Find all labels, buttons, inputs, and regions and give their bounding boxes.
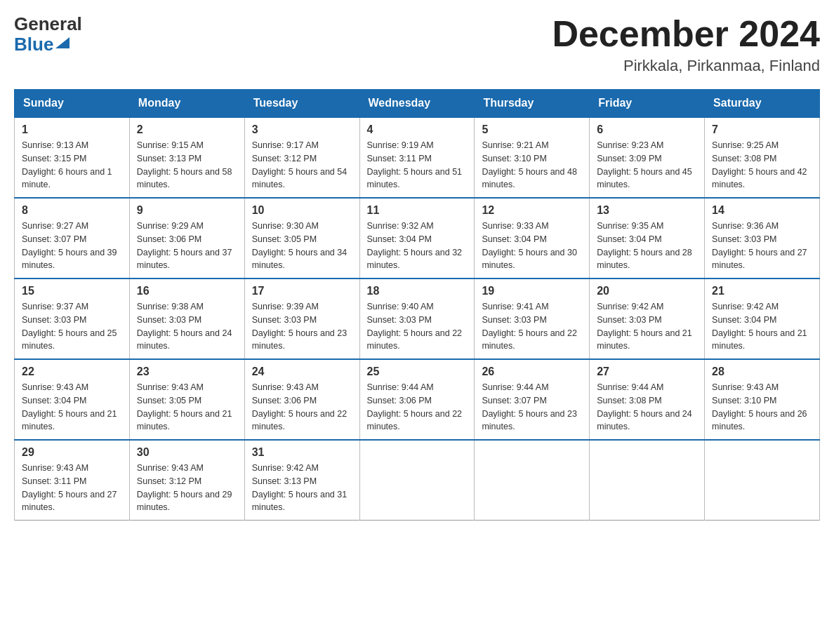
calendar-day-6: 6 Sunrise: 9:23 AM Sunset: 3:09 PM Dayli…: [590, 117, 705, 198]
title-block: December 2024 Pirkkala, Pirkanmaa, Finla…: [552, 14, 820, 75]
calendar-day-9: 9 Sunrise: 9:29 AM Sunset: 3:06 PM Dayli…: [129, 198, 244, 279]
calendar-header-tuesday: Tuesday: [244, 90, 359, 118]
day-info: Sunrise: 9:35 AM Sunset: 3:04 PM Dayligh…: [597, 220, 697, 272]
calendar-week-row: 22 Sunrise: 9:43 AM Sunset: 3:04 PM Dayl…: [15, 359, 820, 440]
page-header: General Blue December 2024 Pirkkala, Pir…: [14, 14, 820, 75]
calendar-day-26: 26 Sunrise: 9:44 AM Sunset: 3:07 PM Dayl…: [475, 359, 590, 440]
day-info: Sunrise: 9:36 AM Sunset: 3:03 PM Dayligh…: [712, 220, 812, 272]
calendar-day-11: 11 Sunrise: 9:32 AM Sunset: 3:04 PM Dayl…: [359, 198, 475, 279]
day-info: Sunrise: 9:13 AM Sunset: 3:15 PM Dayligh…: [22, 139, 122, 192]
calendar-day-12: 12 Sunrise: 9:33 AM Sunset: 3:04 PM Dayl…: [475, 198, 590, 279]
day-number: 23: [137, 365, 237, 378]
logo-general: General: [14, 14, 82, 34]
day-info: Sunrise: 9:44 AM Sunset: 3:06 PM Dayligh…: [367, 381, 468, 434]
day-number: 30: [137, 446, 237, 459]
day-info: Sunrise: 9:38 AM Sunset: 3:03 PM Dayligh…: [137, 300, 237, 353]
calendar-empty-cell: [590, 440, 705, 521]
day-info: Sunrise: 9:25 AM Sunset: 3:08 PM Dayligh…: [712, 139, 812, 192]
day-info: Sunrise: 9:44 AM Sunset: 3:08 PM Dayligh…: [597, 381, 697, 434]
day-info: Sunrise: 9:27 AM Sunset: 3:07 PM Dayligh…: [22, 220, 122, 272]
day-number: 25: [367, 365, 468, 378]
calendar-day-19: 19 Sunrise: 9:41 AM Sunset: 3:03 PM Dayl…: [475, 279, 590, 359]
calendar-day-8: 8 Sunrise: 9:27 AM Sunset: 3:07 PM Dayli…: [15, 198, 130, 279]
day-number: 13: [597, 204, 697, 217]
calendar-day-28: 28 Sunrise: 9:43 AM Sunset: 3:10 PM Dayl…: [705, 359, 820, 440]
day-number: 5: [482, 123, 582, 136]
calendar-day-10: 10 Sunrise: 9:30 AM Sunset: 3:05 PM Dayl…: [244, 198, 359, 279]
calendar-day-20: 20 Sunrise: 9:42 AM Sunset: 3:03 PM Dayl…: [590, 279, 705, 359]
calendar-header-row: SundayMondayTuesdayWednesdayThursdayFrid…: [15, 90, 820, 118]
day-number: 8: [22, 204, 122, 217]
day-number: 16: [137, 285, 237, 297]
calendar-day-2: 2 Sunrise: 9:15 AM Sunset: 3:13 PM Dayli…: [129, 117, 244, 198]
calendar-day-1: 1 Sunrise: 9:13 AM Sunset: 3:15 PM Dayli…: [15, 117, 130, 198]
calendar-day-13: 13 Sunrise: 9:35 AM Sunset: 3:04 PM Dayl…: [590, 198, 705, 279]
day-number: 11: [367, 204, 468, 217]
day-number: 29: [22, 446, 122, 459]
calendar-day-4: 4 Sunrise: 9:19 AM Sunset: 3:11 PM Dayli…: [359, 117, 475, 198]
calendar-day-25: 25 Sunrise: 9:44 AM Sunset: 3:06 PM Dayl…: [359, 359, 475, 440]
day-info: Sunrise: 9:19 AM Sunset: 3:11 PM Dayligh…: [367, 139, 468, 192]
calendar-day-31: 31 Sunrise: 9:42 AM Sunset: 3:13 PM Dayl…: [244, 440, 359, 521]
calendar-day-14: 14 Sunrise: 9:36 AM Sunset: 3:03 PM Dayl…: [705, 198, 820, 279]
day-info: Sunrise: 9:30 AM Sunset: 3:05 PM Dayligh…: [252, 220, 352, 272]
day-number: 15: [22, 285, 122, 297]
calendar-empty-cell: [359, 440, 475, 521]
location: Pirkkala, Pirkanmaa, Finland: [552, 57, 820, 75]
calendar-day-27: 27 Sunrise: 9:44 AM Sunset: 3:08 PM Dayl…: [590, 359, 705, 440]
day-info: Sunrise: 9:43 AM Sunset: 3:11 PM Dayligh…: [22, 462, 122, 514]
day-info: Sunrise: 9:17 AM Sunset: 3:12 PM Dayligh…: [252, 139, 352, 192]
day-number: 27: [597, 365, 697, 378]
month-title: December 2024: [552, 14, 820, 54]
day-number: 22: [22, 365, 122, 378]
calendar-week-row: 1 Sunrise: 9:13 AM Sunset: 3:15 PM Dayli…: [15, 117, 820, 198]
calendar-header-wednesday: Wednesday: [359, 90, 475, 118]
day-number: 19: [482, 285, 582, 297]
calendar-day-21: 21 Sunrise: 9:42 AM Sunset: 3:04 PM Dayl…: [705, 279, 820, 359]
day-number: 31: [252, 446, 352, 459]
day-number: 3: [252, 123, 352, 136]
calendar-day-17: 17 Sunrise: 9:39 AM Sunset: 3:03 PM Dayl…: [244, 279, 359, 359]
day-info: Sunrise: 9:23 AM Sunset: 3:09 PM Dayligh…: [597, 139, 697, 192]
day-info: Sunrise: 9:43 AM Sunset: 3:05 PM Dayligh…: [137, 381, 237, 434]
day-number: 18: [367, 285, 468, 297]
day-number: 24: [252, 365, 352, 378]
day-info: Sunrise: 9:21 AM Sunset: 3:10 PM Dayligh…: [482, 139, 582, 192]
day-number: 17: [252, 285, 352, 297]
logo-arrow-icon: [55, 37, 70, 48]
day-info: Sunrise: 9:42 AM Sunset: 3:13 PM Dayligh…: [252, 462, 352, 514]
calendar-day-15: 15 Sunrise: 9:37 AM Sunset: 3:03 PM Dayl…: [15, 279, 130, 359]
day-info: Sunrise: 9:42 AM Sunset: 3:04 PM Dayligh…: [712, 300, 812, 353]
calendar-header-saturday: Saturday: [705, 90, 820, 118]
day-number: 28: [712, 365, 812, 378]
calendar-day-22: 22 Sunrise: 9:43 AM Sunset: 3:04 PM Dayl…: [15, 359, 130, 440]
calendar-week-row: 15 Sunrise: 9:37 AM Sunset: 3:03 PM Dayl…: [15, 279, 820, 359]
day-number: 1: [22, 123, 122, 136]
day-number: 21: [712, 285, 812, 297]
calendar-header-monday: Monday: [129, 90, 244, 118]
calendar-day-16: 16 Sunrise: 9:38 AM Sunset: 3:03 PM Dayl…: [129, 279, 244, 359]
day-info: Sunrise: 9:29 AM Sunset: 3:06 PM Dayligh…: [137, 220, 237, 272]
day-info: Sunrise: 9:43 AM Sunset: 3:12 PM Dayligh…: [137, 462, 237, 514]
day-number: 6: [597, 123, 697, 136]
calendar-day-29: 29 Sunrise: 9:43 AM Sunset: 3:11 PM Dayl…: [15, 440, 130, 521]
day-number: 20: [597, 285, 697, 297]
calendar-day-3: 3 Sunrise: 9:17 AM Sunset: 3:12 PM Dayli…: [244, 117, 359, 198]
day-number: 12: [482, 204, 582, 217]
day-number: 2: [137, 123, 237, 136]
calendar-day-30: 30 Sunrise: 9:43 AM Sunset: 3:12 PM Dayl…: [129, 440, 244, 521]
day-info: Sunrise: 9:32 AM Sunset: 3:04 PM Dayligh…: [367, 220, 468, 272]
day-number: 26: [482, 365, 582, 378]
day-number: 7: [712, 123, 812, 136]
day-info: Sunrise: 9:15 AM Sunset: 3:13 PM Dayligh…: [137, 139, 237, 192]
day-number: 9: [137, 204, 237, 217]
day-info: Sunrise: 9:43 AM Sunset: 3:10 PM Dayligh…: [712, 381, 812, 434]
calendar-table: SundayMondayTuesdayWednesdayThursdayFrid…: [14, 89, 820, 521]
calendar-header-friday: Friday: [590, 90, 705, 118]
day-info: Sunrise: 9:41 AM Sunset: 3:03 PM Dayligh…: [482, 300, 582, 353]
day-number: 4: [367, 123, 468, 136]
calendar-empty-cell: [705, 440, 820, 521]
calendar-week-row: 29 Sunrise: 9:43 AM Sunset: 3:11 PM Dayl…: [15, 440, 820, 521]
day-info: Sunrise: 9:37 AM Sunset: 3:03 PM Dayligh…: [22, 300, 122, 353]
day-number: 10: [252, 204, 352, 217]
